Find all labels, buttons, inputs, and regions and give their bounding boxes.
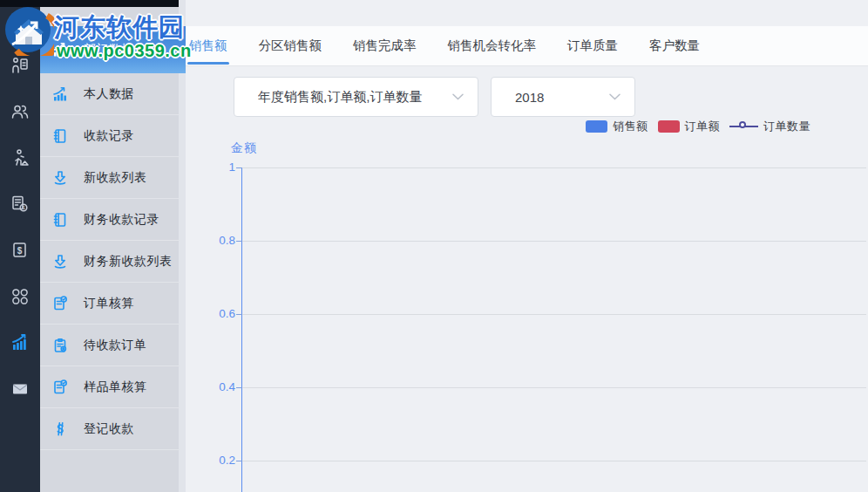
sidebar-item-label: 部门数据: [84, 42, 134, 58]
modules-icon: [10, 286, 31, 307]
clipboard-gear-icon: [51, 337, 69, 354]
doc-check-icon: [51, 295, 69, 312]
gridline: [242, 167, 866, 168]
gridline: [242, 387, 866, 388]
nav-modules[interactable]: [0, 279, 40, 314]
ledger-icon: [51, 127, 69, 145]
primary-nav: $ $: [0, 0, 40, 492]
nav-mail[interactable]: [0, 372, 40, 407]
gridline: [242, 461, 866, 461]
svg-text:$: $: [17, 246, 23, 256]
y-tick-mark: [236, 241, 242, 242]
chevron-down-icon: [609, 93, 620, 100]
sidebar-item-finance-payment-records[interactable]: 财务收款记录: [40, 199, 186, 241]
tab-order-quality[interactable]: 订单质量: [567, 26, 618, 66]
legend-item-order-count[interactable]: 订单数量: [729, 119, 810, 134]
tab-customer-count[interactable]: 客户数量: [649, 26, 700, 66]
mail-icon: [10, 379, 31, 400]
legend-label: 订单额: [685, 119, 721, 134]
ledger-icon: [51, 211, 69, 229]
y-tick-mark: [236, 461, 242, 461]
gridline: [242, 241, 866, 242]
payment-board-icon: $: [10, 240, 31, 261]
download-list-icon: [51, 169, 69, 187]
billing-doc-icon: $: [10, 194, 31, 215]
nav-statistics[interactable]: [0, 325, 40, 360]
field-work-icon: [10, 147, 31, 168]
legend-label: 订单数量: [763, 119, 810, 134]
customers-icon: [10, 101, 31, 122]
y-tick-mark: [236, 167, 242, 168]
sidebar-item-finance-new-payment-list[interactable]: 财务新收款列表: [40, 241, 186, 283]
sidebar-item-label: 财务收款记录: [84, 212, 159, 228]
legend-swatch-blue: [586, 120, 607, 133]
y-axis-line: [241, 167, 242, 492]
y-tick-label: 0.2: [186, 454, 235, 467]
download-list-icon: [51, 253, 69, 270]
secondary-nav: 部门数据 本人数据: [40, 0, 186, 492]
nav-workbench[interactable]: [0, 48, 40, 83]
legend-item-order-amount[interactable]: 订单额: [658, 119, 721, 134]
sidebar-item-sample-order-accounting[interactable]: 样品单核算: [40, 366, 186, 408]
sidebar-item-label: 本人数据: [84, 86, 134, 102]
dollar-icon: [51, 420, 69, 438]
sidebar-item-label: 收款记录: [84, 128, 134, 144]
sidebar-item-label: 样品单核算: [84, 379, 147, 395]
app-window: $ $: [0, 0, 868, 492]
sidebar-item-label: 新收款列表: [84, 170, 147, 186]
legend-swatch-red: [658, 120, 680, 133]
sidebar-item-label: 订单核算: [84, 296, 134, 311]
chart-legend: 销售额 订单额 订单数量: [586, 120, 820, 133]
sidebar-item-dept-data[interactable]: 部门数据: [40, 26, 186, 73]
y-axis-title: 金额: [231, 140, 257, 156]
tab-sales-amount[interactable]: 销售额: [189, 26, 227, 66]
workbench-icon: [10, 55, 31, 76]
sidebar-item-register-payment[interactable]: 登记收款: [40, 408, 186, 450]
bar-chart-icon: [51, 41, 69, 58]
nav-field-work[interactable]: [0, 140, 40, 175]
y-tick-mark: [236, 387, 242, 388]
nav-billing[interactable]: $: [0, 187, 40, 222]
legend-item-sales-amount[interactable]: 销售额: [586, 119, 648, 134]
gridline: [242, 314, 866, 315]
statistics-icon: [10, 332, 31, 353]
sidebar-item-my-data[interactable]: 本人数据: [40, 73, 186, 115]
trend-chart-icon: [51, 85, 69, 103]
sidebar-item-label: 财务新收款列表: [84, 254, 173, 270]
y-tick-label: 0.6: [186, 307, 235, 320]
svg-text:$: $: [22, 205, 25, 210]
chevron-down-icon: [452, 93, 464, 100]
sidebar-item-new-payment-list[interactable]: 新收款列表: [40, 157, 186, 199]
tab-completion-rate[interactable]: 销售完成率: [353, 26, 417, 66]
y-tick-label: 0.4: [186, 380, 235, 393]
sidebar-item-label: 待收款订单: [84, 338, 147, 353]
y-tick-mark: [236, 314, 242, 315]
titlebar-strip: [0, 0, 179, 7]
year-select-value: 2018: [515, 90, 609, 105]
sidebar-item-pending-payment-orders[interactable]: 待收款订单: [40, 325, 186, 366]
sidebar-item-label: 登记收款: [84, 421, 134, 437]
metric-select-value: 年度销售额,订单额,订单数量: [258, 89, 452, 106]
sidebar-menu: 本人数据 收款记录 新收款列表: [40, 73, 186, 450]
main-content: 销售额 分区销售额 销售完成率 销售机会转化率 订单质量 客户数量 年度销售额,…: [186, 0, 868, 492]
y-tick-label: 1: [186, 161, 235, 174]
tab-opportunity-conversion[interactable]: 销售机会转化率: [448, 26, 537, 66]
metric-select[interactable]: 年度销售额,订单额,订单数量: [234, 77, 478, 117]
sidebar-item-order-accounting[interactable]: 订单核算: [40, 283, 186, 325]
tabbar: 销售额 分区销售额 销售完成率 销售机会转化率 订单质量 客户数量: [186, 26, 868, 66]
legend-label: 销售额: [613, 119, 648, 134]
doc-check-icon: [51, 379, 69, 396]
legend-line-marker-icon: [729, 120, 758, 133]
nav-payment[interactable]: $: [0, 233, 40, 268]
tab-region-sales[interactable]: 分区销售额: [259, 26, 322, 66]
nav-customers[interactable]: [0, 94, 40, 129]
y-tick-label: 0.8: [186, 234, 235, 247]
year-select[interactable]: 2018: [491, 77, 635, 117]
sidebar-item-payment-records[interactable]: 收款记录: [40, 115, 186, 157]
